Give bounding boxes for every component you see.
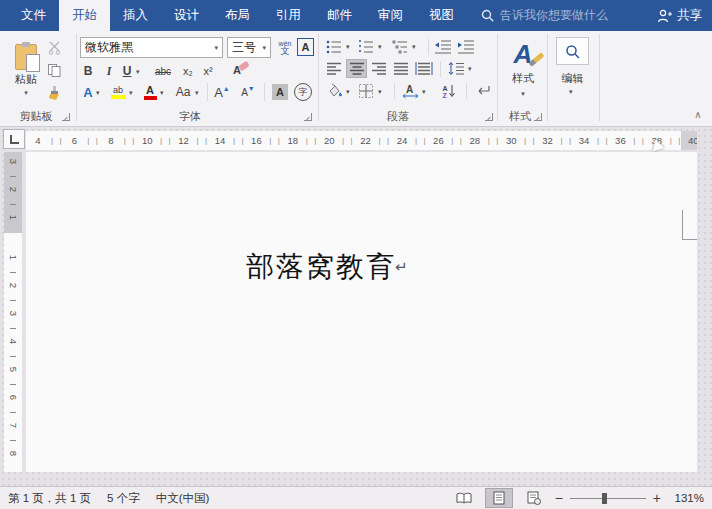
tab-stop-selector[interactable] (3, 129, 25, 149)
clipboard-icon (15, 44, 37, 70)
superscript-button[interactable]: x² (200, 62, 216, 80)
find-button[interactable] (556, 37, 589, 65)
line-spacing-icon (448, 61, 465, 76)
clear-formatting-button[interactable]: A (230, 60, 252, 80)
borders-button[interactable] (358, 83, 374, 99)
vertical-ruler[interactable]: 12345678 (4, 233, 22, 472)
line-spacing-button[interactable] (448, 61, 465, 76)
numbering-dropdown[interactable]: ▾ (378, 43, 382, 50)
word-window: 文件 开始 插入 设计 布局 引用 邮件 审阅 视图 告诉我你想要做什么 共享 … (0, 0, 712, 509)
tell-me-search[interactable]: 告诉我你想要做什么 (481, 0, 608, 31)
web-layout-button[interactable] (520, 488, 548, 508)
underline-dropdown[interactable]: ▾ (136, 68, 140, 75)
tab-view[interactable]: 视图 (416, 0, 467, 31)
character-border-button[interactable]: A (297, 38, 314, 56)
font-name-select[interactable]: 微软雅黑▾ (80, 37, 223, 58)
font-color-button[interactable]: A (141, 83, 159, 101)
shading-dropdown[interactable]: ▾ (346, 88, 350, 95)
zoom-level[interactable]: 131% (668, 492, 704, 504)
tab-layout[interactable]: 布局 (212, 0, 263, 31)
shading-button[interactable] (326, 83, 343, 99)
tab-review[interactable]: 审阅 (365, 0, 416, 31)
tab-home[interactable]: 开始 (59, 0, 110, 31)
character-shading-button[interactable]: A (272, 84, 288, 100)
asian-layout-dropdown[interactable]: ▾ (422, 88, 426, 95)
show-hide-marks-button[interactable] (476, 83, 492, 99)
multilevel-list-button[interactable] (392, 39, 409, 54)
asian-layout-button[interactable]: A (402, 83, 420, 99)
tab-mailings[interactable]: 邮件 (314, 0, 365, 31)
sort-button[interactable]: AZ (438, 83, 460, 100)
cut-button[interactable] (44, 37, 64, 57)
styles-dialog-launcher-icon[interactable] (534, 113, 542, 121)
bullets-button[interactable] (326, 39, 343, 54)
text-effects-dropdown[interactable]: ▾ (96, 89, 100, 96)
ribbon-tab-bar: 文件 开始 插入 设计 布局 引用 邮件 审阅 视图 告诉我你想要做什么 共享 (0, 0, 712, 31)
ruler-number: |14| (205, 131, 235, 150)
change-case-button[interactable]: Aa (172, 83, 194, 101)
underline-button[interactable]: U (120, 62, 134, 80)
asian-layout-icon: A (402, 83, 420, 99)
align-center-button[interactable] (346, 59, 367, 78)
page-indicator[interactable]: 第 1 页，共 1 页 (8, 491, 91, 506)
decrease-indent-button[interactable] (434, 39, 452, 54)
copy-button[interactable] (44, 60, 64, 80)
styles-gallery-button[interactable]: A 样式 ▾ (504, 36, 542, 102)
numbering-button[interactable] (358, 39, 375, 54)
horizontal-ruler[interactable]: |4||6||8||10||12||14||16||18||20||22||24… (26, 131, 697, 150)
strikethrough-button[interactable]: abc (150, 62, 176, 80)
italic-button[interactable]: I (102, 62, 116, 80)
enclose-characters-button[interactable]: 字 (294, 83, 312, 101)
highlight-dropdown[interactable]: ▾ (129, 89, 133, 96)
font-size-select[interactable]: 三号▾ (227, 37, 271, 58)
collapse-ribbon-button[interactable]: ∧ (690, 107, 706, 121)
print-layout-button[interactable] (485, 488, 513, 508)
clipboard-dialog-launcher-icon[interactable] (62, 113, 70, 121)
borders-dropdown[interactable]: ▾ (378, 88, 382, 95)
tab-references[interactable]: 引用 (263, 0, 314, 31)
zoom-in-button[interactable]: + (653, 490, 661, 506)
font-dialog-launcher-icon[interactable] (304, 113, 312, 121)
format-painter-button[interactable] (44, 83, 64, 103)
bold-button[interactable]: B (80, 62, 96, 80)
increase-indent-button[interactable] (457, 39, 475, 54)
read-mode-button[interactable] (450, 488, 478, 508)
zoom-slider[interactable] (570, 498, 646, 499)
ruler-number: |24| (387, 131, 417, 150)
document-text[interactable]: 部落窝教育 (246, 248, 396, 286)
text-effects-button[interactable]: A (80, 83, 96, 101)
multilevel-dropdown[interactable]: ▾ (412, 43, 416, 50)
ruler-tick (10, 328, 16, 329)
highlight-color-button[interactable]: ab (108, 83, 128, 101)
share-button[interactable]: 共享 (657, 0, 702, 31)
shrink-font-button[interactable]: A▼ (238, 83, 258, 101)
align-right-button[interactable] (371, 61, 387, 76)
line-spacing-dropdown[interactable]: ▾ (468, 65, 472, 72)
editing-dropdown[interactable]: ▾ (569, 88, 573, 95)
chevron-down-icon: ▾ (214, 44, 218, 51)
font-color-dropdown[interactable]: ▾ (160, 89, 164, 96)
ruler-number: |8| (96, 131, 126, 150)
paste-button[interactable]: 粘贴 ▾ (8, 36, 44, 104)
zoom-out-button[interactable]: − (555, 490, 563, 506)
change-case-dropdown[interactable]: ▾ (195, 89, 199, 96)
zoom-slider-thumb[interactable] (602, 493, 607, 504)
tab-insert[interactable]: 插入 (110, 0, 161, 31)
page[interactable]: 部落窝教育 ↵ (26, 152, 697, 472)
distribute-button[interactable] (415, 61, 433, 76)
vertical-ruler-margin[interactable]: 321 (4, 152, 22, 233)
phonetic-guide-button[interactable]: wén 文 (275, 37, 295, 58)
paragraph-dialog-launcher-icon[interactable] (485, 113, 493, 121)
sort-arrow-icon (448, 84, 456, 99)
grow-font-button[interactable]: A▲ (212, 83, 232, 101)
svg-text:A: A (406, 84, 413, 95)
bullets-dropdown[interactable]: ▾ (346, 43, 350, 50)
language-indicator[interactable]: 中文(中国) (156, 491, 210, 506)
justify-button[interactable] (393, 61, 409, 76)
subscript-button[interactable]: x₂ (180, 62, 196, 80)
tab-file[interactable]: 文件 (8, 0, 59, 31)
tab-design[interactable]: 设计 (161, 0, 212, 31)
ruler-number: |12| (169, 131, 199, 150)
word-count[interactable]: 5 个字 (107, 491, 140, 506)
align-left-button[interactable] (326, 61, 342, 76)
